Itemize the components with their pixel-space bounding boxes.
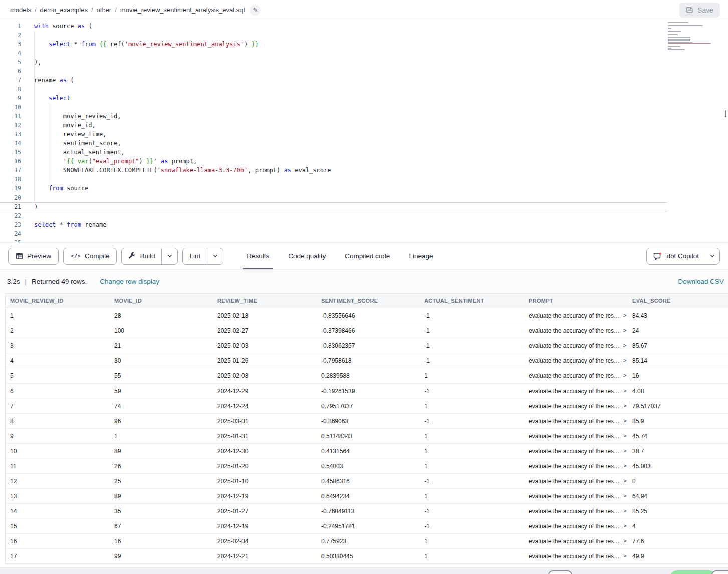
code-line: 19 from source xyxy=(0,184,667,193)
expand-prompt-icon[interactable]: > xyxy=(623,553,627,559)
lint-button[interactable]: Lint xyxy=(183,248,207,264)
tab-lineage[interactable]: Lineage xyxy=(409,243,433,269)
table-cell: 2025-01-26 xyxy=(213,357,317,364)
expand-prompt-icon[interactable]: > xyxy=(623,523,627,529)
table-cell: -0.37398466 xyxy=(317,327,420,334)
table-row: 21002025-02-27-0.37398466-1evaluate the … xyxy=(6,323,728,338)
breadcrumb-segment-other[interactable]: other xyxy=(97,6,112,14)
toolbar: Preview </> Compile Build xyxy=(0,242,728,270)
table-cell: 2025-01-10 xyxy=(213,478,317,485)
code-text: select xyxy=(21,94,70,103)
table-body: 1282025-02-18-0.83556646-1evaluate the a… xyxy=(6,308,728,564)
prompt-text: evaluate the accuracy of the res… xyxy=(529,342,620,349)
code-line: 16 '{{ var("eval_prompt") }}' as prompt, xyxy=(0,157,667,166)
partial-button-green[interactable] xyxy=(670,570,716,574)
build-button[interactable]: Build xyxy=(122,248,161,264)
table-cell: 13 xyxy=(6,493,110,500)
prompt-text: evaluate the accuracy of the res… xyxy=(529,523,620,530)
expand-prompt-icon[interactable]: > xyxy=(623,342,627,348)
breadcrumb: models / demo_examples / other / movie_r… xyxy=(10,6,245,14)
partial-button-small[interactable] xyxy=(548,570,572,574)
line-number: 3 xyxy=(0,40,21,49)
code-line: 20 xyxy=(0,193,667,202)
table-cell: -1 xyxy=(420,312,524,319)
table-cell-eval-score: 85.67 xyxy=(628,342,728,349)
preview-button[interactable]: Preview xyxy=(8,248,59,265)
code-line: 17 SNOWFLAKE.CORTEX.COMPLETE('snowflake-… xyxy=(0,166,667,175)
prompt-text: evaluate the accuracy of the res… xyxy=(529,478,620,485)
expand-prompt-icon[interactable]: > xyxy=(623,312,627,318)
line-number: 19 xyxy=(0,184,21,193)
table-cell: 99 xyxy=(110,553,213,560)
table-cell: 0.54003 xyxy=(317,463,420,470)
table-cell-eval-score: 85.9 xyxy=(628,418,728,425)
table-cell: 35 xyxy=(110,508,213,515)
expand-prompt-icon[interactable]: > xyxy=(623,403,627,409)
expand-prompt-icon[interactable]: > xyxy=(623,448,627,454)
table-cell: -1 xyxy=(420,418,524,425)
copilot-label: dbt Copilot xyxy=(666,252,699,260)
expand-prompt-icon[interactable]: > xyxy=(623,388,627,394)
dbt-copilot-button[interactable]: dbt Copilot xyxy=(647,248,705,264)
expand-prompt-icon[interactable]: > xyxy=(623,418,627,424)
code-line: 13 review_time, xyxy=(0,130,667,139)
expand-prompt-icon[interactable]: > xyxy=(623,372,627,378)
line-number: 25 xyxy=(0,238,21,242)
line-number: 20 xyxy=(0,193,21,202)
build-dropdown-chevron[interactable] xyxy=(161,248,177,264)
wrench-icon xyxy=(128,252,136,260)
lint-dropdown-chevron[interactable] xyxy=(207,248,223,264)
minimap[interactable] xyxy=(668,22,724,48)
tab-compiled-code[interactable]: Compiled code xyxy=(345,243,390,269)
line-number: 5 xyxy=(0,58,21,67)
expand-prompt-icon[interactable]: > xyxy=(623,478,627,484)
edit-filename-icon[interactable]: ✎ xyxy=(250,5,261,16)
table-cell: -1 xyxy=(420,508,524,515)
change-row-display-link[interactable]: Change row display xyxy=(100,278,159,285)
save-button[interactable]: Save xyxy=(679,3,720,18)
table-cell: 25 xyxy=(110,478,213,485)
expand-prompt-icon[interactable]: > xyxy=(623,538,627,544)
prompt-text: evaluate the accuracy of the res… xyxy=(529,372,620,379)
copilot-dropdown-chevron[interactable] xyxy=(705,248,719,264)
expand-prompt-icon[interactable]: > xyxy=(623,508,627,514)
copilot-button-group: dbt Copilot xyxy=(646,248,720,265)
table-cell: 1 xyxy=(420,553,524,560)
editor-scrollbar[interactable] xyxy=(725,110,726,117)
line-number: 22 xyxy=(0,211,21,220)
expand-prompt-icon[interactable]: > xyxy=(623,493,627,499)
compile-button[interactable]: </> Compile xyxy=(63,248,117,265)
tab-code-quality[interactable]: Code quality xyxy=(288,243,326,269)
breadcrumb-segment-demo-examples[interactable]: demo_examples xyxy=(40,6,88,14)
breadcrumb-segment-filename: movie_review_sentiment_analysis_eval.sql xyxy=(120,6,245,14)
code-text: ) xyxy=(21,203,38,211)
tab-results[interactable]: Results xyxy=(247,243,269,269)
expand-prompt-icon[interactable]: > xyxy=(623,357,627,363)
status-divider: | xyxy=(25,278,27,285)
table-cell-eval-score: 84.43 xyxy=(628,312,728,319)
table-cell: 0.6494234 xyxy=(317,493,420,500)
download-csv-link[interactable]: Download CSV xyxy=(678,278,724,285)
partial-button-right[interactable] xyxy=(711,570,728,574)
breadcrumb-segment-models[interactable]: models xyxy=(10,6,31,14)
table-cell-prompt: evaluate the accuracy of the res…> xyxy=(524,538,628,545)
table-cell: 4 xyxy=(6,357,110,364)
expand-prompt-icon[interactable]: > xyxy=(623,463,627,469)
action-buttons: Preview </> Compile Build xyxy=(8,243,223,269)
table-cell: 26 xyxy=(110,463,213,470)
table-cell: 0.4586316 xyxy=(317,478,420,485)
expand-prompt-icon[interactable]: > xyxy=(623,433,627,439)
expand-prompt-icon[interactable]: > xyxy=(623,327,627,333)
line-number: 2 xyxy=(0,31,21,40)
table-cell-eval-score: 85.25 xyxy=(628,508,728,515)
table-cell: 2025-01-20 xyxy=(213,463,317,470)
table-cell: 74 xyxy=(110,403,213,410)
table-cell: 9 xyxy=(6,433,110,440)
query-duration: 3.2s xyxy=(7,278,20,285)
code-text xyxy=(21,211,34,220)
table-cell-prompt: evaluate the accuracy of the res…> xyxy=(524,493,628,500)
save-label: Save xyxy=(697,6,713,14)
table-cell: 1 xyxy=(420,372,524,379)
code-editor[interactable]: 1with source as (23 select * from {{ ref… xyxy=(0,20,728,242)
breadcrumb-separator: / xyxy=(35,6,37,14)
